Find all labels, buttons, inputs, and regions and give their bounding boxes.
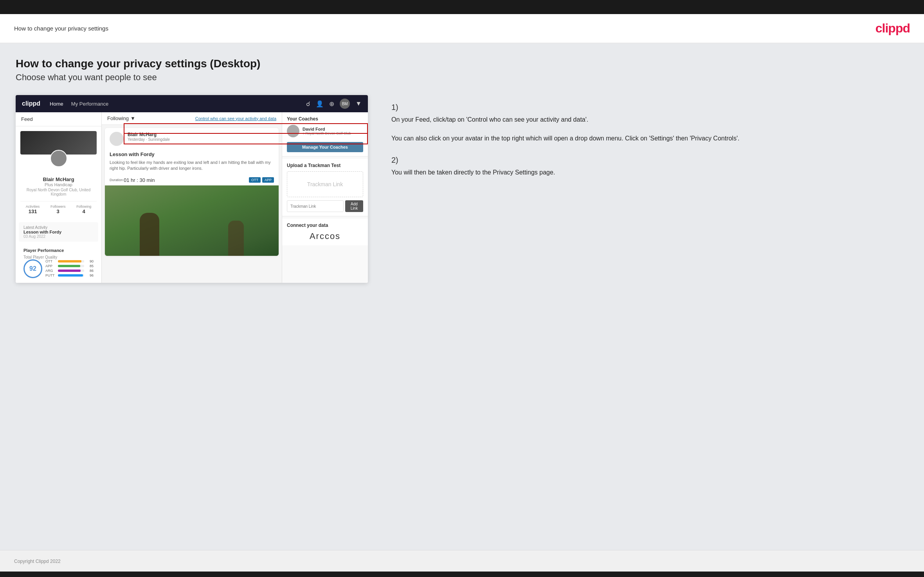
trackman-input-row: Add Link bbox=[287, 200, 363, 212]
upload-section: Upload a Trackman Test Trackman Link Add… bbox=[282, 159, 368, 216]
card-header: Blair McHarg Yesterday · Sunningdale bbox=[105, 128, 279, 150]
coach-club-text: Royal North Devon Golf Club bbox=[305, 131, 351, 135]
app-screenshot: clippd Home My Performance ☌ 👤 ⊕ BM ▼ bbox=[16, 95, 368, 283]
coach-name: David Ford bbox=[303, 127, 363, 131]
stat-followers: Followers 3 bbox=[50, 205, 66, 214]
card-description: Looking to feel like my hands are exitin… bbox=[105, 159, 279, 175]
performance-title: Player Performance bbox=[23, 248, 94, 253]
duration-label: Duration bbox=[110, 178, 121, 182]
total-quality-label: Total Player Quality bbox=[23, 255, 94, 259]
app-content: Feed Blair McHarg Plus Handicap Royal No… bbox=[16, 112, 368, 283]
stat-activities: Activities 131 bbox=[26, 205, 40, 214]
note-1-number: 1) bbox=[391, 103, 908, 112]
stat-followers-label: Followers bbox=[50, 205, 66, 209]
user-icon[interactable]: 👤 bbox=[316, 100, 324, 108]
bar-putt-fill bbox=[58, 274, 83, 277]
bar-putt-container bbox=[58, 274, 84, 277]
nav-item-home[interactable]: Home bbox=[50, 101, 63, 107]
coach-club: ○ Royal North Devon Golf Club bbox=[303, 131, 363, 135]
stat-following: Following 4 bbox=[76, 205, 91, 214]
tag-ott: OTT bbox=[249, 177, 261, 183]
latest-activity-section: Latest Activity Lesson with Fordy 03 Aug… bbox=[19, 222, 98, 242]
card-duration-row: Duration 01 hr : 30 min OTT APP bbox=[105, 175, 279, 185]
latest-activity-name: Lesson with Fordy bbox=[23, 230, 94, 234]
location-icon[interactable]: ⊕ bbox=[329, 100, 334, 108]
following-bar: Following ▼ Control who can see your act… bbox=[102, 112, 282, 125]
coach-avatar bbox=[287, 125, 299, 137]
golfer-figure-2 bbox=[228, 221, 244, 256]
duration-value: 01 hr : 30 min bbox=[124, 177, 155, 183]
profile-club: Royal North Devon Golf Club, United King… bbox=[20, 188, 97, 196]
latest-activity-label: Latest Activity bbox=[23, 225, 94, 230]
nav-item-my-performance[interactable]: My Performance bbox=[71, 101, 108, 107]
golfer-figure-1 bbox=[140, 213, 159, 256]
stat-activities-label: Activities bbox=[26, 205, 40, 209]
profile-stats: Activities 131 Followers 3 Following 4 bbox=[20, 201, 97, 214]
add-link-button[interactable]: Add Link bbox=[345, 200, 363, 212]
control-privacy-link[interactable]: Control who can see your activity and da… bbox=[195, 116, 276, 121]
app-right-sidebar: Your Coaches David Ford ○ Royal North De… bbox=[282, 112, 368, 283]
bar-app: APP 85 bbox=[45, 264, 94, 268]
dropdown-chevron-icon: ▼ bbox=[130, 115, 135, 121]
player-performance-section: Player Performance Total Player Quality … bbox=[19, 245, 98, 281]
top-bar bbox=[0, 0, 924, 14]
note-item-1: 1) On your Feed, click/tap on 'Control w… bbox=[391, 103, 908, 143]
bar-app-value: 85 bbox=[86, 264, 94, 268]
connect-title: Connect your data bbox=[287, 223, 363, 228]
profile-handicap: Plus Handicap bbox=[20, 182, 97, 187]
coaches-section: Your Coaches David Ford ○ Royal North De… bbox=[282, 112, 368, 156]
main-content: How to change your privacy settings (Des… bbox=[0, 43, 924, 550]
feed-tab[interactable]: Feed bbox=[16, 112, 101, 126]
bar-ott: OTT 90 bbox=[45, 259, 94, 263]
bar-putt: PUTT 96 bbox=[45, 273, 94, 277]
note-1-text: On your Feed, click/tap on 'Control who … bbox=[391, 115, 908, 143]
card-user-info: Blair McHarg Yesterday · Sunningdale bbox=[128, 132, 274, 142]
bottom-bar bbox=[0, 572, 924, 577]
tag-app: APP bbox=[262, 177, 274, 183]
bar-ott-value: 90 bbox=[86, 259, 94, 263]
coach-item: David Ford ○ Royal North Devon Golf Club bbox=[287, 125, 363, 137]
bar-arg-label: ARG bbox=[45, 269, 56, 273]
app-left-sidebar: Feed Blair McHarg Plus Handicap Royal No… bbox=[16, 112, 102, 283]
footer-text: Copyright Clippd 2022 bbox=[14, 559, 61, 564]
user-avatar[interactable]: BM bbox=[340, 99, 350, 109]
stat-following-label: Following bbox=[76, 205, 91, 209]
arccos-logo: Arccos bbox=[287, 231, 363, 241]
header-title: How to change your privacy settings bbox=[14, 25, 108, 32]
note-2-number: 2) bbox=[391, 156, 908, 165]
image-background bbox=[105, 185, 279, 256]
bar-ott-fill bbox=[58, 260, 81, 262]
profile-avatar bbox=[50, 150, 67, 167]
stat-following-value: 4 bbox=[76, 209, 91, 214]
feed-card: Blair McHarg Yesterday · Sunningdale Les… bbox=[105, 128, 279, 256]
quality-row: 92 OTT 90 APP bbox=[23, 259, 94, 278]
footer: Copyright Clippd 2022 bbox=[0, 550, 924, 572]
note-2-text: You will then be taken directly to the P… bbox=[391, 168, 908, 177]
bar-putt-label: PUTT bbox=[45, 273, 56, 277]
stat-activities-value: 131 bbox=[26, 209, 40, 214]
manage-coaches-button[interactable]: Manage Your Coaches bbox=[287, 142, 363, 152]
trackman-link-input[interactable] bbox=[287, 200, 344, 212]
profile-name: Blair McHarg bbox=[20, 176, 97, 182]
following-dropdown[interactable]: Following ▼ bbox=[107, 115, 135, 121]
coaches-title: Your Coaches bbox=[287, 116, 363, 122]
nav-icons: ☌ 👤 ⊕ BM ▼ bbox=[306, 99, 362, 109]
quality-score: 92 bbox=[23, 259, 42, 278]
note-item-2: 2) You will then be taken directly to th… bbox=[391, 156, 908, 177]
bar-app-label: APP bbox=[45, 264, 56, 268]
profile-section: Blair McHarg Plus Handicap Royal North D… bbox=[16, 126, 101, 219]
header: How to change your privacy settings clip… bbox=[0, 14, 924, 43]
page-subheading: Choose what you want people to see bbox=[16, 72, 908, 83]
bar-arg-container bbox=[58, 270, 84, 272]
search-icon[interactable]: ☌ bbox=[306, 100, 310, 108]
screenshot-and-notes: clippd Home My Performance ☌ 👤 ⊕ BM ▼ bbox=[16, 95, 908, 283]
chevron-down-icon[interactable]: ▼ bbox=[355, 100, 362, 107]
bar-ott-label: OTT bbox=[45, 259, 56, 263]
trackman-placeholder: Trackman Link bbox=[287, 171, 363, 197]
bar-ott-container bbox=[58, 260, 84, 262]
following-label: Following bbox=[107, 115, 129, 121]
card-title: Lesson with Fordy bbox=[105, 150, 279, 159]
connect-section: Connect your data Arccos bbox=[282, 219, 368, 245]
clippd-logo: clippd bbox=[875, 21, 910, 36]
card-user-name: Blair McHarg bbox=[128, 132, 274, 137]
